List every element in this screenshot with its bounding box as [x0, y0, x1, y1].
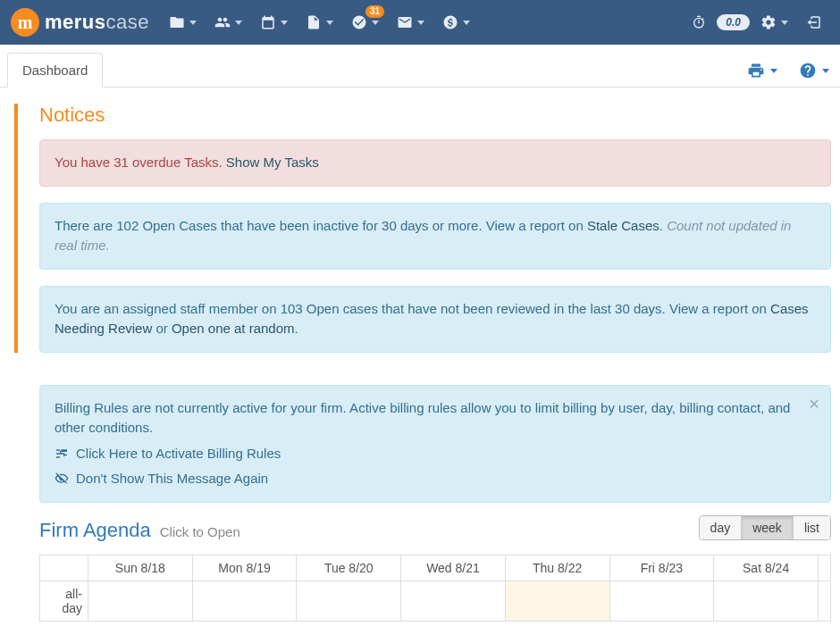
dismiss-billing-link[interactable]: Don't Show This Message Again	[55, 469, 816, 489]
navbar-left: m meruscase 31	[11, 8, 477, 37]
nav-logout[interactable]	[799, 9, 829, 36]
overdue-msg: You have 31 overdue Tasks.	[55, 154, 223, 170]
stale-pre: There are 102 Open Cases that have been …	[55, 218, 587, 233]
day-header[interactable]: Wed 8/21	[401, 555, 506, 580]
notices-section: Notices You have 31 overdue Tasks. Show …	[14, 104, 831, 353]
agenda-title: Firm Agenda	[39, 519, 151, 542]
nav-timer[interactable]	[685, 10, 713, 35]
logo-mark-icon: m	[11, 8, 39, 37]
gear-icon	[760, 14, 777, 30]
tab-dashboard[interactable]: Dashboard	[7, 53, 103, 88]
billing-section: × Billing Rules are not currently active…	[14, 385, 831, 622]
show-my-tasks-link[interactable]: Show My Tasks	[226, 154, 319, 170]
timer-value[interactable]: 0.0	[717, 14, 750, 30]
help-button[interactable]	[799, 62, 829, 79]
caret-down-icon	[822, 69, 829, 73]
activate-billing-link[interactable]: Click Here to Activate Billing Rules	[55, 444, 816, 464]
top-navbar: m meruscase 31	[0, 0, 840, 45]
activate-label: Click Here to Activate Billing Rules	[76, 444, 281, 464]
tab-bar: Dashboard	[0, 45, 840, 88]
caret-down-icon	[189, 21, 197, 25]
allday-cell[interactable]	[401, 580, 506, 621]
sliders-icon	[55, 447, 69, 461]
logo-text: meruscase	[45, 11, 149, 34]
view-week-button[interactable]: week	[742, 516, 794, 539]
app-logo[interactable]: m meruscase	[11, 8, 149, 37]
nav-billing[interactable]	[435, 9, 477, 36]
document-icon	[306, 14, 322, 30]
allday-cell[interactable]	[192, 580, 297, 621]
logo-text-bold: merus	[45, 11, 106, 34]
caret-down-icon	[417, 21, 424, 25]
caret-down-icon	[281, 21, 288, 25]
alert-cases-review: You are an assigned staff member on 103 …	[39, 286, 831, 353]
caret-down-icon	[372, 21, 379, 25]
stale-post: .	[659, 218, 667, 233]
notices-title: Notices	[39, 104, 831, 127]
logo-text-light: case	[106, 11, 149, 34]
print-button[interactable]	[747, 62, 777, 79]
nav-settings[interactable]	[753, 9, 795, 36]
caret-down-icon	[326, 21, 333, 25]
calendar-header-row: Sun 8/18 Mon 8/19 Tue 8/20 Wed 8/21 Thu …	[40, 555, 831, 580]
agenda-view-toggle: day week list	[699, 515, 831, 540]
billing-msg: Billing Rules are not currently active f…	[55, 398, 816, 438]
review-pre: You are an assigned staff member on 103 …	[55, 301, 770, 316]
calendar-gutter	[819, 555, 831, 580]
dismiss-label: Don't Show This Message Again	[76, 469, 268, 489]
eye-off-icon	[55, 472, 69, 486]
day-header[interactable]: Fri 8/23	[609, 555, 714, 580]
agenda-title-row[interactable]: Firm Agenda Click to Open	[39, 519, 699, 542]
calendar-icon	[260, 14, 276, 30]
day-header[interactable]: Sun 8/18	[88, 555, 193, 580]
day-header[interactable]: Mon 8/19	[192, 555, 297, 580]
logout-icon	[806, 14, 822, 30]
view-list-button[interactable]: list	[794, 516, 830, 539]
agenda-calendar: Sun 8/18 Mon 8/19 Tue 8/20 Wed 8/21 Thu …	[39, 555, 831, 622]
check-circle-icon	[351, 14, 367, 30]
allday-row: all-day	[40, 580, 831, 621]
alert-overdue-tasks: You have 31 overdue Tasks. Show My Tasks	[39, 139, 831, 187]
folder-icon	[169, 14, 185, 30]
allday-cell[interactable]	[714, 580, 819, 621]
help-circle-icon	[799, 62, 817, 79]
nav-mail[interactable]	[390, 9, 432, 36]
alert-billing-rules: × Billing Rules are not currently active…	[39, 385, 831, 503]
printer-icon	[747, 62, 765, 79]
open-random-case-link[interactable]: Open one at random	[172, 321, 295, 336]
caret-down-icon	[235, 21, 242, 25]
dollar-circle-icon	[442, 14, 458, 30]
tab-bar-actions	[747, 62, 829, 87]
caret-down-icon	[463, 21, 470, 25]
day-header[interactable]: Tue 8/20	[297, 555, 401, 580]
agenda-section: day week list Firm Agenda Click to Open …	[39, 519, 831, 622]
allday-cell[interactable]	[88, 580, 193, 621]
people-icon	[214, 14, 231, 30]
allday-cell-today[interactable]	[505, 580, 609, 621]
calendar-gutter	[819, 580, 831, 621]
nav-tasks[interactable]: 31	[344, 9, 386, 36]
stopwatch-icon	[692, 15, 706, 29]
stale-cases-link[interactable]: Stale Cases	[587, 218, 659, 233]
caret-down-icon	[770, 69, 777, 73]
day-header-today[interactable]: Thu 8/22	[505, 555, 609, 580]
allday-cell[interactable]	[297, 580, 401, 621]
nav-folder[interactable]	[162, 9, 204, 36]
task-count-badge: 31	[365, 5, 384, 18]
navbar-right: 0.0	[685, 9, 829, 36]
allday-cell[interactable]	[609, 580, 714, 621]
close-icon[interactable]: ×	[809, 395, 819, 413]
alert-stale-cases: There are 102 Open Cases that have been …	[39, 203, 831, 270]
nav-documents[interactable]	[298, 9, 340, 36]
envelope-icon	[397, 14, 413, 30]
calendar-corner	[40, 555, 88, 580]
nav-calendar[interactable]	[253, 9, 295, 36]
main-scroll-area[interactable]: Notices You have 31 overdue Tasks. Show …	[0, 88, 840, 643]
review-mid: or	[152, 321, 172, 336]
caret-down-icon	[781, 21, 788, 25]
view-day-button[interactable]: day	[700, 516, 743, 539]
day-header[interactable]: Sat 8/24	[714, 555, 819, 580]
review-post: .	[295, 321, 298, 336]
nav-contacts[interactable]	[207, 9, 249, 36]
agenda-subtitle: Click to Open	[160, 524, 240, 539]
